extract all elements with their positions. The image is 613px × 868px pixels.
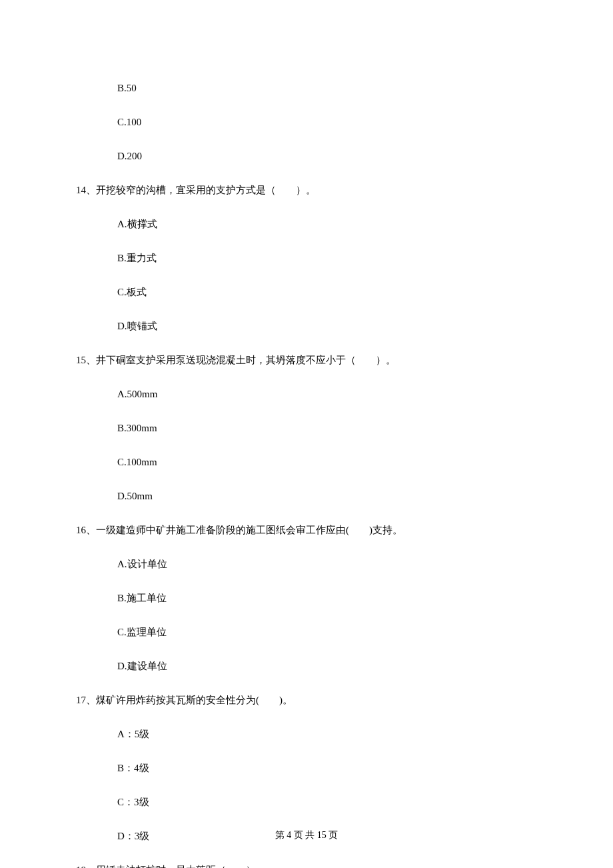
q16-stem: 16、一级建造师中矿井施工准备阶段的施工图纸会审工作应由( )支持。 (76, 523, 537, 537)
q15-option-b: B.300mm (76, 421, 537, 435)
q16-option-c: C.监理单位 (76, 625, 537, 639)
q17-option-c: C：3级 (76, 795, 537, 809)
q17-option-a: A：5级 (76, 727, 537, 741)
q13-option-d: D.200 (76, 149, 537, 163)
q13-option-b: B.50 (76, 81, 537, 95)
q15-option-d: D.50mm (76, 489, 537, 503)
q16-option-b: B.施工单位 (76, 591, 537, 605)
q14-stem: 14、开挖较窄的沟槽，宜采用的支护方式是（ ）。 (76, 183, 537, 197)
q17-stem: 17、煤矿许用炸药按其瓦斯的安全性分为( )。 (76, 693, 537, 707)
q16-option-d: D.建设单位 (76, 659, 537, 673)
q16-option-a: A.设计单位 (76, 557, 537, 571)
q14-option-d: D.喷锚式 (76, 319, 537, 333)
q15-stem: 15、井下硐室支护采用泵送现浇混凝土时，其坍落度不应小于（ ）。 (76, 353, 537, 367)
page-content: B.50 C.100 D.200 14、开挖较窄的沟槽，宜采用的支护方式是（ ）… (0, 0, 613, 868)
q18-stem: 18、用锤击法打桩时，最大落距（ ）。 (76, 863, 537, 868)
q14-option-c: C.板式 (76, 285, 537, 299)
q14-option-a: A.横撑式 (76, 217, 537, 231)
q17-option-b: B：4级 (76, 761, 537, 775)
q13-option-c: C.100 (76, 115, 537, 129)
q14-option-b: B.重力式 (76, 251, 537, 265)
q15-option-a: A.500mm (76, 387, 537, 401)
page-footer: 第 4 页 共 15 页 (0, 829, 613, 841)
q15-option-c: C.100mm (76, 455, 537, 469)
